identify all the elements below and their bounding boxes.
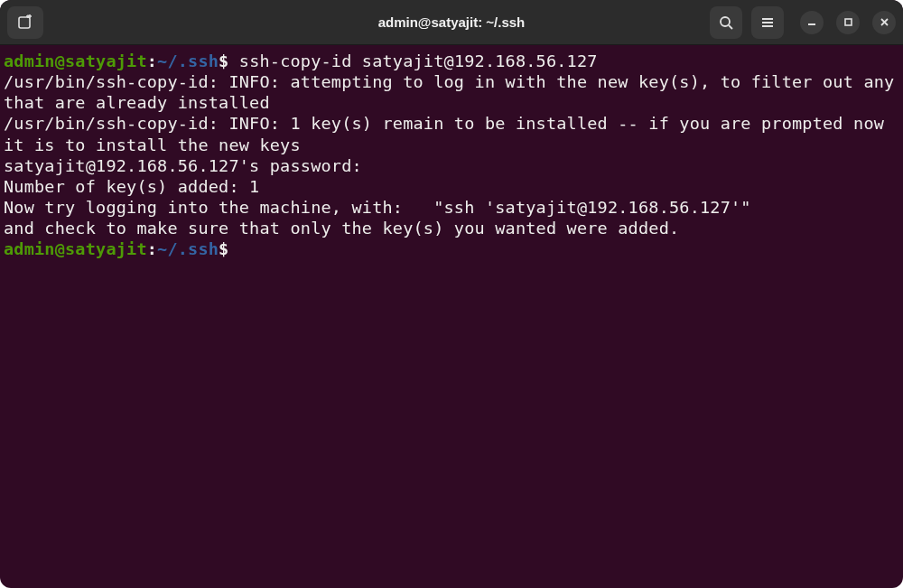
prompt-user-host: admin@satyajit [4, 51, 147, 70]
command-text: ssh-copy-id satyajit@192.168.56.127 [228, 51, 597, 70]
prompt-line-1: admin@satyajit:~/.ssh$ ssh-copy-id satya… [4, 51, 898, 71]
svg-rect-0 [19, 17, 30, 28]
titlebar-left [7, 6, 229, 39]
new-tab-icon [16, 14, 34, 32]
svg-line-12 [881, 19, 888, 25]
close-button[interactable] [872, 11, 896, 34]
window-controls [800, 11, 896, 34]
maximize-icon [843, 17, 853, 27]
hamburger-icon [760, 15, 775, 30]
new-tab-button[interactable] [7, 6, 43, 39]
menu-button[interactable] [751, 6, 784, 39]
terminal-output-area[interactable]: admin@satyajit:~/.ssh$ ssh-copy-id satya… [0, 45, 903, 588]
window-titlebar: admin@satyajit: ~/.ssh [0, 0, 903, 45]
titlebar-right [674, 6, 896, 39]
svg-line-5 [729, 25, 732, 29]
svg-line-11 [881, 19, 888, 25]
search-icon [719, 15, 733, 30]
prompt-line-2: admin@satyajit:~/.ssh$ [4, 238, 898, 259]
output-line: satyajit@192.168.56.127's password: [4, 155, 898, 176]
output-line: /usr/bin/ssh-copy-id: INFO: attempting t… [4, 71, 898, 113]
close-icon [880, 17, 889, 27]
prompt-symbol: $ [219, 239, 228, 258]
minimize-button[interactable] [800, 11, 824, 34]
minimize-icon [806, 17, 817, 28]
maximize-button[interactable] [836, 11, 860, 34]
output-line: /usr/bin/ssh-copy-id: INFO: 1 key(s) rem… [4, 113, 898, 154]
output-line: Now try logging into the machine, with: … [4, 197, 898, 218]
command-cursor [228, 239, 238, 258]
svg-point-4 [721, 17, 730, 26]
prompt-path: ~/.ssh [157, 239, 219, 258]
search-button[interactable] [710, 6, 742, 39]
prompt-colon: : [147, 51, 157, 70]
prompt-symbol: $ [219, 51, 228, 70]
prompt-path: ~/.ssh [157, 51, 219, 70]
terminal-window: admin@satyajit: ~/.ssh [0, 0, 903, 588]
svg-rect-10 [845, 19, 852, 25]
window-title: admin@satyajit: ~/.ssh [229, 14, 674, 30]
prompt-colon: : [147, 239, 157, 258]
output-line: and check to make sure that only the key… [4, 218, 898, 238]
output-line: Number of key(s) added: 1 [4, 176, 898, 197]
prompt-user-host: admin@satyajit [4, 239, 147, 258]
